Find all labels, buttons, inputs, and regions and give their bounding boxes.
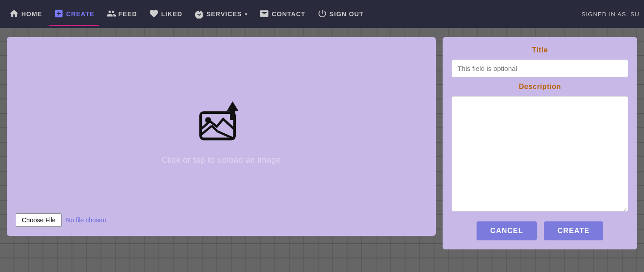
contact-icon <box>259 9 269 20</box>
nav-home-label: Home <box>21 10 42 18</box>
upload-image-icon <box>194 99 248 146</box>
create-button[interactable]: Create <box>544 221 603 240</box>
form-buttons: Cancel Create <box>452 217 628 240</box>
title-label: Title <box>452 46 628 54</box>
nav-signout[interactable]: Sign Out <box>313 6 368 23</box>
upload-icon-area: Click or tap to upload an image <box>162 99 281 165</box>
services-dropdown-arrow: ▾ <box>245 12 248 17</box>
nav-create[interactable]: Create <box>49 6 99 23</box>
signed-in-label: Signed In As: Su <box>582 11 639 18</box>
file-input-row: Choose File No file chosen <box>16 213 106 227</box>
form-panel: Title Description Cancel Create <box>443 37 637 249</box>
nav-contact-label: Contact <box>272 10 305 18</box>
create-icon <box>54 9 64 20</box>
nav-home[interactable]: Home <box>5 6 47 23</box>
heart-icon <box>149 9 159 20</box>
feed-icon <box>106 9 116 20</box>
handshake-icon <box>194 9 204 20</box>
nav-services-label: Services <box>206 10 242 18</box>
page-background: Click or tap to upload an image Choose F… <box>0 28 644 272</box>
signout-icon <box>317 9 327 20</box>
cancel-button[interactable]: Cancel <box>477 221 537 240</box>
upload-prompt: Click or tap to upload an image <box>162 155 281 165</box>
home-icon <box>9 9 19 20</box>
svg-marker-0 <box>227 101 239 120</box>
svg-point-2 <box>205 117 211 123</box>
nav-signout-label: Sign Out <box>329 10 364 18</box>
description-textarea[interactable] <box>452 96 628 211</box>
nav-liked[interactable]: Liked <box>144 6 187 23</box>
upload-panel[interactable]: Click or tap to upload an image Choose F… <box>7 37 436 236</box>
choose-file-button[interactable]: Choose File <box>16 213 62 227</box>
navbar: Home Create Feed Liked <box>0 0 644 28</box>
description-label: Description <box>452 83 628 91</box>
nav-contact[interactable]: Contact <box>255 6 310 23</box>
nav-liked-label: Liked <box>161 10 182 18</box>
nav-feed-label: Feed <box>119 10 137 18</box>
title-input[interactable] <box>452 60 628 77</box>
no-file-label: No file chosen <box>66 216 106 224</box>
nav-services[interactable]: Services ▾ <box>190 6 253 23</box>
nav-feed[interactable]: Feed <box>102 6 142 23</box>
nav-create-label: Create <box>66 10 95 18</box>
